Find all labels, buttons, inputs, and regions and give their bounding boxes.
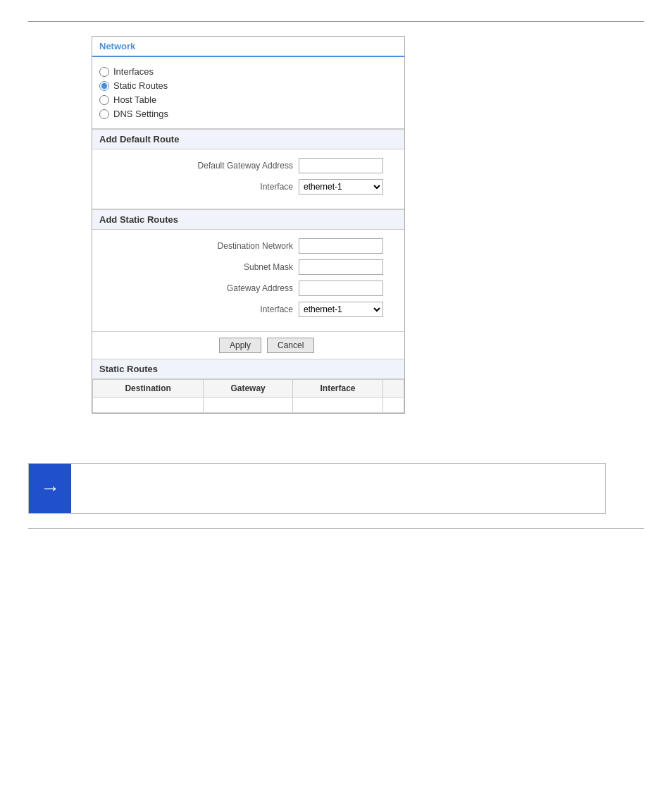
gateway-address-row: Gateway Address xyxy=(99,281,397,296)
nav-label-static-routes: Static Routes xyxy=(113,80,168,91)
col-destination: Destination xyxy=(93,380,204,398)
nav-label-host-table: Host Table xyxy=(113,94,156,105)
add-default-route-section: Add Default Route Default Gateway Addres… xyxy=(92,129,404,209)
table-header-row: Destination Gateway Interface xyxy=(93,380,404,398)
bottom-divider xyxy=(28,528,644,529)
static-routes-table: Destination Gateway Interface xyxy=(92,379,404,413)
nav-item-static-routes[interactable]: Static Routes xyxy=(99,80,397,91)
default-interface-label: Interface xyxy=(173,182,293,192)
default-gateway-input[interactable] xyxy=(299,158,383,173)
nav-radio-static-routes[interactable] xyxy=(99,81,109,91)
apply-button[interactable]: Apply xyxy=(219,338,261,353)
subnet-mask-input[interactable] xyxy=(299,259,383,275)
button-row: Apply Cancel xyxy=(92,332,404,359)
col-gateway: Gateway xyxy=(204,380,293,398)
gateway-address-label: Gateway Address xyxy=(173,283,293,293)
nav-label-dns-settings: DNS Settings xyxy=(113,109,168,119)
add-default-route-header: Add Default Route xyxy=(92,129,404,149)
network-nav: Interfaces Static Routes Host Table DNS … xyxy=(92,57,404,129)
cell-gateway xyxy=(204,398,293,413)
static-routes-table-section: Static Routes Destination Gateway Interf… xyxy=(92,359,404,413)
cancel-button[interactable]: Cancel xyxy=(267,338,314,353)
static-interface-select[interactable]: ethernet-1 ethernet-2 xyxy=(299,302,383,317)
network-panel-title: Network xyxy=(99,41,135,51)
add-static-routes-section: Add Static Routes Destination Network Su… xyxy=(92,209,404,359)
add-static-routes-header: Add Static Routes xyxy=(92,209,404,230)
destination-network-row: Destination Network xyxy=(99,238,397,254)
note-icon-area: → xyxy=(29,464,71,513)
main-content: Network Interfaces Static Routes Host Ta… xyxy=(0,36,672,435)
col-interface: Interface xyxy=(292,380,382,398)
top-divider xyxy=(28,21,644,22)
cell-destination xyxy=(93,398,204,413)
static-routes-form: Destination Network Subnet Mask Gateway … xyxy=(92,230,404,332)
subnet-mask-row: Subnet Mask xyxy=(99,259,397,275)
col-action xyxy=(383,380,404,398)
default-gateway-label: Default Gateway Address xyxy=(173,161,293,171)
default-gateway-row: Default Gateway Address xyxy=(99,158,397,173)
static-routes-table-header: Static Routes xyxy=(92,359,404,379)
default-interface-row: Interface ethernet-1 ethernet-2 xyxy=(99,179,397,195)
gateway-address-input[interactable] xyxy=(299,281,383,296)
network-panel: Network Interfaces Static Routes Host Ta… xyxy=(92,36,405,414)
destination-network-input[interactable] xyxy=(299,238,383,254)
nav-item-host-table[interactable]: Host Table xyxy=(99,94,397,105)
static-interface-label: Interface xyxy=(173,304,293,314)
nav-label-interfaces: Interfaces xyxy=(113,66,154,77)
nav-item-dns-settings[interactable]: DNS Settings xyxy=(99,109,397,119)
destination-network-label: Destination Network xyxy=(173,241,293,251)
subnet-mask-label: Subnet Mask xyxy=(173,262,293,272)
cell-action xyxy=(383,398,404,413)
nav-item-interfaces[interactable]: Interfaces xyxy=(99,66,397,77)
nav-radio-host-table[interactable] xyxy=(99,95,109,105)
note-box: → xyxy=(28,463,606,514)
arrow-icon: → xyxy=(40,477,60,500)
static-interface-row: Interface ethernet-1 ethernet-2 xyxy=(99,302,397,317)
table-row xyxy=(93,398,404,413)
cell-interface xyxy=(292,398,382,413)
note-content xyxy=(71,464,605,513)
network-panel-header: Network xyxy=(92,37,404,57)
nav-radio-interfaces[interactable] xyxy=(99,67,109,77)
note-area: → xyxy=(28,463,644,514)
default-route-form: Default Gateway Address Interface ethern… xyxy=(92,149,404,209)
page-wrapper: Network Interfaces Static Routes Host Ta… xyxy=(0,0,672,807)
nav-radio-dns-settings[interactable] xyxy=(99,109,109,119)
default-interface-select[interactable]: ethernet-1 ethernet-2 xyxy=(299,179,383,195)
